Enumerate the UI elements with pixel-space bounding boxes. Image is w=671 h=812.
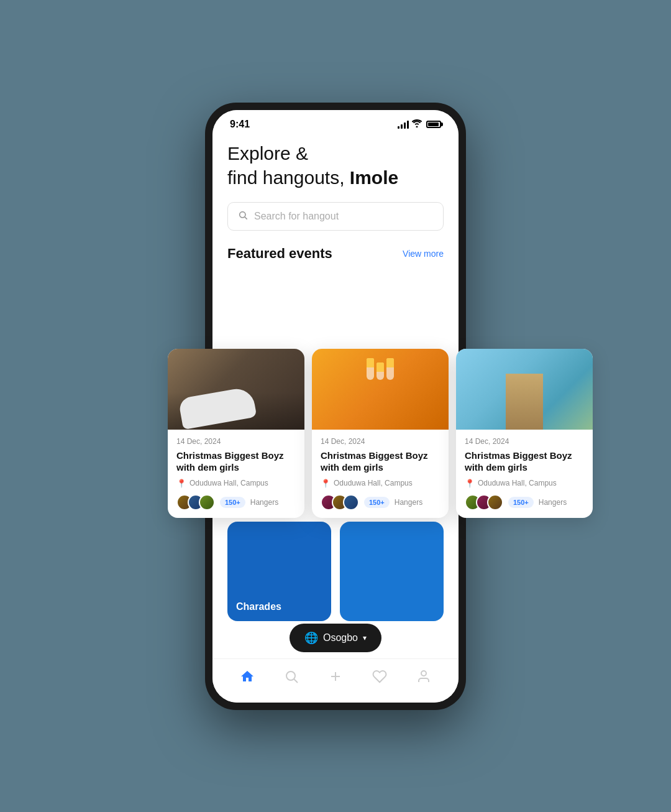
event-card-3[interactable]: 14 Dec, 2024 Christmas Biggest Boyz with…: [456, 349, 593, 518]
status-bar: 9:41: [212, 110, 459, 135]
add-icon: [328, 669, 343, 688]
avatar: [487, 494, 503, 510]
floating-cards-container: 14 Dec, 2024 Christmas Biggest Boyz with…: [168, 349, 503, 518]
event-card-1-image: [168, 349, 304, 430]
event-card-1-footer: 150+ Hangers: [176, 494, 296, 510]
event-card-1-date: 14 Dec, 2024: [176, 437, 296, 446]
status-icons: [398, 119, 441, 129]
hanger-count-badge: 150+: [508, 497, 534, 508]
nav-item-search[interactable]: [284, 669, 299, 688]
profile-icon: [416, 669, 431, 688]
search-placeholder: Search for hangout: [254, 211, 339, 222]
event-card-2-location: 📍 Oduduwa Hall, Campus: [321, 479, 440, 488]
search-icon: [238, 210, 248, 223]
user-name: Imole: [350, 167, 398, 188]
greeting-text: Explore & find hangouts, Imole: [227, 141, 444, 190]
featured-events-title: Featured events: [227, 246, 332, 262]
event-card-1[interactable]: 14 Dec, 2024 Christmas Biggest Boyz with…: [168, 349, 304, 518]
avatar: [199, 494, 215, 510]
home-icon: [240, 669, 255, 688]
location-pin-icon: 📍: [465, 479, 475, 488]
games-cards-row: Charades: [227, 522, 444, 621]
globe-icon: 🌐: [304, 631, 318, 645]
game-card-charades[interactable]: Charades: [227, 522, 331, 621]
hanger-label: Hangers: [395, 498, 422, 507]
event-card-3-title: Christmas Biggest Boyz with dem girls: [465, 450, 584, 474]
location-name: Osogbo: [323, 632, 358, 644]
event-card-3-image: [456, 349, 593, 430]
avatar: [343, 494, 359, 510]
nav-item-home[interactable]: [240, 669, 255, 688]
hanger-count-badge: 150+: [220, 497, 245, 508]
avatar-group: [465, 494, 503, 510]
event-card-3-location: 📍 Oduduwa Hall, Campus: [465, 479, 584, 488]
event-card-2-image: [312, 349, 449, 430]
event-card-1-location: 📍 Oduduwa Hall, Campus: [176, 479, 296, 488]
battery-icon: [426, 121, 441, 128]
location-pin-icon: 📍: [176, 479, 186, 488]
search-bar[interactable]: Search for hangout: [227, 202, 444, 231]
event-card-2-footer: 150+ Hangers: [321, 494, 440, 510]
hanger-label: Hangers: [250, 498, 278, 507]
game-card-charades-label: Charades: [236, 601, 281, 612]
event-card-3-footer: 150+ Hangers: [465, 494, 584, 510]
hanger-label: Hangers: [539, 498, 567, 507]
nav-item-favorites[interactable]: [372, 669, 387, 688]
event-card-2[interactable]: 14 Dec, 2024 Christmas Biggest Boyz with…: [312, 349, 449, 518]
heart-icon: [372, 669, 387, 688]
bottom-nav: [212, 658, 459, 703]
wifi-icon: [412, 119, 422, 129]
game-card-2[interactable]: [340, 522, 444, 621]
event-card-2-title: Christmas Biggest Boyz with dem girls: [321, 450, 440, 474]
event-card-3-date: 14 Dec, 2024: [465, 437, 584, 446]
location-pin-icon: 📍: [321, 479, 331, 488]
status-time: 9:41: [230, 119, 250, 130]
svg-line-3: [294, 679, 298, 683]
search-nav-icon: [284, 669, 299, 688]
featured-events-view-more[interactable]: View more: [403, 249, 444, 259]
avatar-group: [321, 494, 359, 510]
svg-line-1: [245, 217, 247, 219]
svg-point-6: [421, 671, 426, 676]
avatar-group: [176, 494, 215, 510]
event-card-1-title: Christmas Biggest Boyz with dem girls: [176, 450, 296, 474]
chevron-down-icon: ▾: [363, 634, 367, 642]
nav-item-add[interactable]: [328, 669, 343, 688]
signal-icon: [398, 120, 409, 129]
hanger-count-badge: 150+: [364, 497, 390, 508]
svg-point-0: [240, 211, 245, 217]
svg-point-2: [286, 671, 295, 680]
event-card-2-date: 14 Dec, 2024: [321, 437, 440, 446]
location-pill[interactable]: 🌐 Osogbo ▾: [290, 624, 381, 652]
nav-item-profile[interactable]: [416, 669, 431, 688]
boardwalk-visual: [506, 374, 543, 430]
featured-events-header: Featured events View more: [227, 246, 444, 262]
